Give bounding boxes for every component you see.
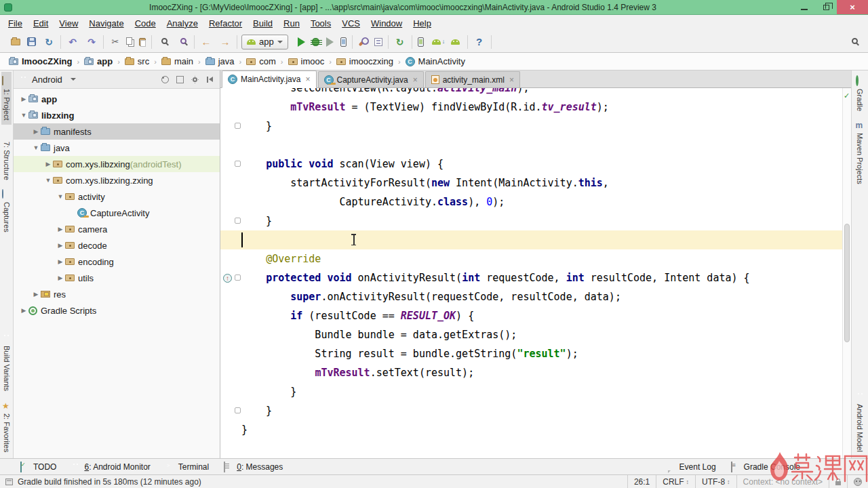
tool-window-button-captures[interactable]: Captures: [1, 185, 12, 237]
breadcrumb-item-imooczxing[interactable]: ImoocZXing: [7, 56, 74, 66]
run-coverage-icon[interactable]: [326, 37, 334, 47]
menu-edit[interactable]: Edit: [28, 17, 54, 30]
scrollbar-thumb[interactable]: [844, 224, 850, 342]
chevron-collapsed-icon[interactable]: ▶: [56, 274, 65, 281]
tree-item-utils[interactable]: ▶utils: [14, 270, 220, 286]
override-method-icon[interactable]: [223, 274, 232, 283]
breadcrumb-item-mainactivity[interactable]: MainActivity: [403, 56, 467, 66]
tree-item-camera[interactable]: ▶camera: [14, 221, 220, 237]
chevron-collapsed-icon[interactable]: ▶: [31, 128, 41, 135]
caret-position-widget[interactable]: 26:1: [627, 475, 656, 488]
paste-icon[interactable]: [139, 38, 146, 46]
tab-activity-main-xml[interactable]: activity_main.xml×: [425, 71, 520, 87]
cut-icon[interactable]: [109, 36, 121, 48]
device-monitor-icon[interactable]: [450, 36, 462, 48]
close-tab-icon[interactable]: ×: [413, 76, 418, 84]
project-structure-icon[interactable]: [374, 38, 382, 46]
forward-icon[interactable]: [219, 36, 231, 48]
tool-window-button-terminal[interactable]: Terminal: [165, 462, 209, 472]
tool-window-button-build-variants[interactable]: Build Variants: [1, 329, 12, 396]
maximize-button[interactable]: [815, 0, 837, 14]
breadcrumb-item-imooc[interactable]: imooc: [286, 56, 327, 66]
code-area[interactable]: setContentView(R.layout.activity_main); …: [238, 88, 842, 458]
run-icon[interactable]: [298, 37, 305, 47]
attach-debugger-icon[interactable]: [340, 37, 347, 47]
chevron-collapsed-icon[interactable]: ▶: [43, 161, 53, 167]
open-file-icon[interactable]: [11, 39, 20, 45]
chevron-expanded-icon[interactable]: ▼: [31, 144, 41, 151]
context-widget[interactable]: Context: <no context>: [736, 475, 829, 488]
chevron-down-icon[interactable]: [71, 78, 76, 81]
copy-icon[interactable]: [126, 37, 132, 45]
sync-project-icon[interactable]: [394, 36, 406, 48]
redo-icon[interactable]: [85, 36, 98, 48]
line-ending-widget[interactable]: CRLF↕: [656, 475, 695, 488]
scroll-from-source-icon[interactable]: [161, 75, 170, 84]
fold-marker[interactable]: [235, 218, 241, 224]
minimize-button[interactable]: [793, 0, 815, 14]
tool-window-button-0-messages[interactable]: 0: Messages: [224, 462, 283, 472]
breadcrumb-item-imooczxing[interactable]: imooczxing: [334, 56, 395, 66]
tree-item-manifests[interactable]: ▶manifests: [14, 123, 220, 140]
undo-icon[interactable]: [66, 36, 79, 48]
hide-panel-icon[interactable]: [205, 75, 214, 84]
help-icon[interactable]: [473, 36, 486, 48]
tree-item-captureactivity[interactable]: CaptureActivity: [14, 205, 220, 221]
find-icon[interactable]: [157, 36, 170, 48]
tab-mainactivity-java[interactable]: MainActivity.java×: [222, 70, 317, 88]
menu-window[interactable]: Window: [366, 17, 408, 30]
tree-item-java[interactable]: ▼java: [14, 140, 220, 156]
run-configuration-selector[interactable]: app: [241, 35, 288, 49]
fold-marker[interactable]: [235, 123, 241, 129]
project-settings-icon[interactable]: [358, 37, 367, 46]
encoding-widget[interactable]: UTF-8↕: [695, 475, 736, 488]
hector-inspector[interactable]: [847, 475, 868, 488]
tool-window-button-android-model[interactable]: Android Model: [855, 387, 865, 457]
tree-item-com-xys-libzxing-zxing[interactable]: ▼com.xys.libzxing.zxing: [14, 172, 220, 188]
tool-window-button-maven-projects[interactable]: Maven Projects: [855, 116, 865, 189]
fold-marker[interactable]: [235, 274, 241, 281]
menu-build[interactable]: Build: [248, 17, 278, 30]
readonly-toggle[interactable]: [829, 475, 847, 488]
breadcrumb-item-app[interactable]: app: [82, 56, 115, 66]
menu-tools[interactable]: Tools: [305, 17, 336, 30]
tree-item-gradle-scripts[interactable]: ▶Gradle Scripts: [14, 302, 220, 319]
breadcrumb-item-java[interactable]: java: [203, 56, 237, 66]
breadcrumb-item-src[interactable]: src: [123, 56, 151, 66]
tab-captureactivity-java[interactable]: CaptureActivity.java×: [318, 71, 424, 87]
collapse-all-icon[interactable]: [176, 75, 184, 84]
fold-marker[interactable]: [235, 161, 241, 167]
menu-view[interactable]: View: [54, 17, 83, 30]
tool-window-button-6-android-monitor[interactable]: 6: Android Monitor: [71, 462, 150, 472]
menu-code[interactable]: Code: [130, 17, 161, 30]
debug-icon[interactable]: [312, 38, 319, 46]
chevron-collapsed-icon[interactable]: ▶: [56, 258, 65, 265]
tree-item-libzxing[interactable]: ▼libzxing: [14, 107, 220, 123]
menu-analyze[interactable]: Analyze: [161, 17, 203, 30]
settings-icon[interactable]: [191, 75, 199, 84]
chevron-collapsed-icon[interactable]: ▶: [56, 226, 65, 232]
chevron-collapsed-icon[interactable]: ▶: [19, 307, 28, 314]
menu-help[interactable]: Help: [408, 17, 437, 30]
chevron-expanded-icon[interactable]: ▼: [19, 112, 28, 119]
chevron-expanded-icon[interactable]: ▼: [56, 193, 65, 200]
replace-icon[interactable]: [176, 36, 189, 48]
sdk-manager-icon[interactable]: [431, 36, 443, 48]
tool-window-button-gradle[interactable]: Gradle: [855, 72, 865, 116]
search-everywhere-icon[interactable]: [848, 36, 860, 48]
tool-window-button-2-favorites[interactable]: 2: Favorites: [1, 396, 12, 457]
menu-vcs[interactable]: VCS: [336, 17, 366, 30]
menu-file[interactable]: File: [3, 17, 28, 30]
tree-item-decode[interactable]: ▶decode: [14, 237, 220, 253]
chevron-collapsed-icon[interactable]: ▶: [19, 96, 28, 102]
close-tab-icon[interactable]: ×: [509, 76, 514, 84]
tool-window-button-event-log[interactable]: Event Log: [667, 462, 716, 472]
tree-item-app[interactable]: ▶app: [14, 91, 220, 107]
avd-manager-icon[interactable]: [418, 37, 424, 47]
back-icon[interactable]: [200, 36, 212, 48]
fold-marker[interactable]: [235, 407, 241, 413]
tool-window-button-7-structure[interactable]: 7: Structure: [1, 125, 12, 185]
menu-refactor[interactable]: Refactor: [203, 17, 248, 30]
synchronize-icon[interactable]: [43, 36, 55, 48]
menu-navigate[interactable]: Navigate: [83, 17, 129, 30]
